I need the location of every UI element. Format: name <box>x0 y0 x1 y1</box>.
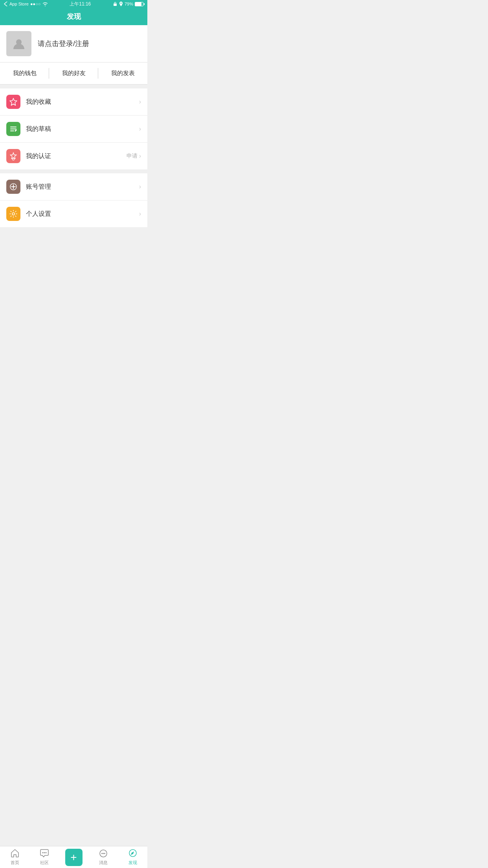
battery-percentage: 79% <box>125 2 133 6</box>
drafts-chevron: › <box>139 125 141 132</box>
menu-section-1: 我的收藏 › 我的草稿 › <box>0 88 147 169</box>
svg-rect-4 <box>10 129 17 129</box>
avatar-icon <box>12 37 26 51</box>
favorites-icon <box>6 95 20 109</box>
status-right: 79% <box>113 2 143 6</box>
svg-point-7 <box>13 158 15 160</box>
wifi-icon <box>42 2 48 6</box>
lock-icon <box>113 2 117 6</box>
favorites-label: 我的收藏 <box>26 98 139 106</box>
certification-apply-text: 申请 <box>127 153 138 160</box>
back-icon <box>4 2 8 6</box>
svg-rect-5 <box>10 131 14 131</box>
svg-marker-6 <box>10 153 17 159</box>
certification-icon <box>6 149 20 163</box>
account-label: 账号管理 <box>26 183 139 191</box>
login-text: 请点击登录/注册 <box>38 39 89 48</box>
posts-link[interactable]: 我的发表 <box>98 63 147 84</box>
status-time: 上午11:16 <box>70 1 91 7</box>
account-chevron: › <box>139 183 141 190</box>
settings-icon <box>6 207 20 221</box>
drafts-icon <box>6 122 20 136</box>
svg-point-11 <box>12 213 15 215</box>
account-right: › <box>139 183 141 190</box>
favorites-item[interactable]: 我的收藏 › <box>0 88 147 116</box>
certification-chevron: › <box>139 153 141 160</box>
header: 发现 <box>0 8 147 25</box>
friends-link[interactable]: 我的好友 <box>49 63 98 84</box>
account-item[interactable]: 账号管理 › <box>0 173 147 200</box>
drafts-right: › <box>139 125 141 132</box>
profile-section[interactable]: 请点击登录/注册 <box>0 25 147 63</box>
status-left: App Store ●●○○ <box>4 2 48 6</box>
drafts-item[interactable]: 我的草稿 › <box>0 116 147 143</box>
svg-marker-2 <box>10 98 17 105</box>
account-icon <box>6 180 20 194</box>
carrier-text: App Store <box>9 2 29 6</box>
svg-rect-0 <box>114 4 117 6</box>
svg-rect-3 <box>10 127 17 127</box>
certification-right: 申请 › <box>127 153 141 160</box>
certification-item[interactable]: 我的认证 申请 › <box>0 143 147 169</box>
location-icon <box>119 2 123 6</box>
avatar <box>6 31 31 56</box>
page-title: 发现 <box>67 12 81 21</box>
menu-section-2: 账号管理 › 个人设置 › <box>0 173 147 227</box>
battery-icon <box>135 2 143 6</box>
quick-links: 我的钱包 我的好友 我的发表 <box>0 63 147 85</box>
wallet-link[interactable]: 我的钱包 <box>0 63 49 84</box>
status-bar: App Store ●●○○ 上午11:16 79% <box>0 0 147 8</box>
settings-right: › <box>139 210 141 217</box>
settings-chevron: › <box>139 210 141 217</box>
signal-dots: ●●○○ <box>30 2 41 6</box>
certification-label: 我的认证 <box>26 152 127 160</box>
favorites-right: › <box>139 98 141 105</box>
drafts-label: 我的草稿 <box>26 125 139 133</box>
favorites-chevron: › <box>139 98 141 105</box>
settings-item[interactable]: 个人设置 › <box>0 200 147 227</box>
settings-label: 个人设置 <box>26 210 139 218</box>
